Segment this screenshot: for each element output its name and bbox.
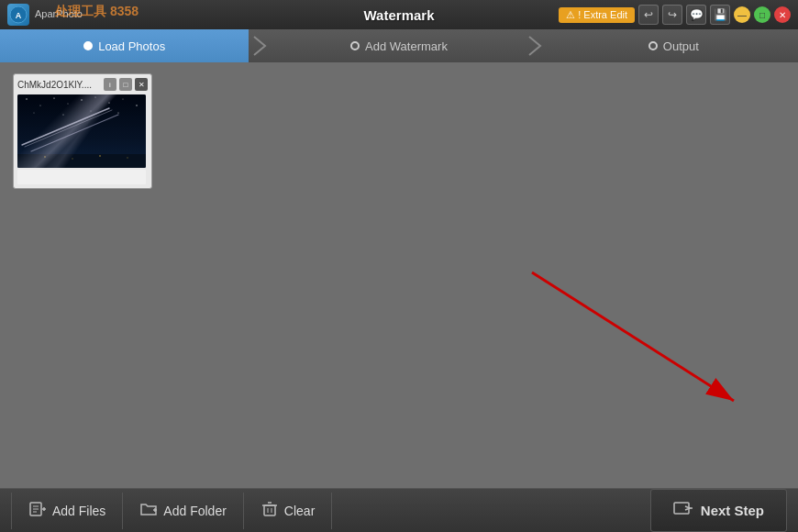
warning-icon: ⚠ bbox=[566, 9, 575, 21]
svg-point-9 bbox=[108, 102, 109, 103]
speech-icon: 💬 bbox=[690, 8, 704, 21]
clear-button[interactable]: Clear bbox=[244, 493, 332, 529]
svg-rect-19 bbox=[17, 154, 146, 168]
next-step-label: Next Step bbox=[701, 503, 764, 518]
step-output[interactable]: Output bbox=[549, 29, 798, 62]
step-label-watermark: Add Watermark bbox=[365, 39, 448, 53]
extra-edit-button[interactable]: ⚠ ! Extra Edit bbox=[559, 7, 635, 23]
redo-button[interactable]: ↪ bbox=[662, 5, 682, 25]
svg-rect-39 bbox=[674, 503, 689, 514]
title-bar-left: A AparPhoto bbox=[7, 4, 83, 26]
step-dot-output bbox=[648, 41, 658, 50]
maximize-icon: □ bbox=[759, 10, 765, 20]
add-files-icon bbox=[28, 500, 47, 522]
svg-rect-2 bbox=[17, 94, 146, 168]
svg-point-8 bbox=[95, 97, 96, 98]
photo-card-header: ChMkJd2O1KlY.... i □ ✕ bbox=[17, 78, 148, 91]
add-files-button[interactable]: Add Files bbox=[11, 493, 123, 529]
title-bar: A AparPhoto 处理工具 8358 Watermark ⚠ ! Extr… bbox=[0, 0, 798, 29]
svg-point-3 bbox=[26, 98, 27, 99]
expand-icon: □ bbox=[124, 81, 128, 89]
redo-icon: ↪ bbox=[668, 8, 677, 21]
close-button[interactable]: ✕ bbox=[774, 6, 791, 23]
step-arrow-1 bbox=[249, 29, 274, 62]
step-load-photos[interactable]: Load Photos bbox=[0, 29, 249, 62]
svg-point-15 bbox=[117, 112, 118, 113]
svg-line-18 bbox=[31, 115, 118, 151]
add-folder-label: Add Folder bbox=[163, 504, 226, 518]
add-files-label: Add Files bbox=[52, 504, 105, 518]
app-title-area: AparPhoto bbox=[35, 8, 83, 20]
svg-point-21 bbox=[72, 158, 73, 160]
step-label-load: Load Photos bbox=[98, 39, 165, 53]
maximize-button[interactable]: □ bbox=[754, 6, 770, 23]
add-folder-button[interactable]: Add Folder bbox=[123, 493, 243, 529]
step-arrow-2 bbox=[524, 29, 549, 62]
svg-point-14 bbox=[91, 111, 92, 112]
step-dot-watermark bbox=[350, 41, 360, 50]
save-button[interactable]: 💾 bbox=[710, 5, 730, 25]
step-navigation: Load Photos Add Watermark Output bbox=[0, 29, 798, 62]
next-step-button[interactable]: Next Step bbox=[650, 489, 787, 532]
add-folder-icon bbox=[139, 500, 158, 522]
extra-edit-label: ! Extra Edit bbox=[578, 9, 627, 20]
undo-icon: ↩ bbox=[644, 8, 653, 21]
svg-line-16 bbox=[22, 108, 109, 145]
remove-icon: ✕ bbox=[139, 81, 145, 89]
photo-card-icons: i □ ✕ bbox=[104, 78, 148, 91]
window-title: Watermark bbox=[364, 7, 435, 23]
svg-point-20 bbox=[44, 156, 46, 158]
svg-text:A: A bbox=[16, 11, 22, 20]
close-icon: ✕ bbox=[779, 10, 786, 20]
minimize-icon: — bbox=[737, 10, 747, 20]
svg-point-23 bbox=[127, 157, 128, 159]
step-dot-load bbox=[83, 41, 93, 50]
svg-point-7 bbox=[81, 99, 82, 100]
photo-thumbnail bbox=[17, 94, 146, 168]
svg-rect-34 bbox=[264, 505, 275, 515]
svg-point-22 bbox=[99, 155, 101, 157]
photo-card: ChMkJd2O1KlY.... i □ ✕ bbox=[13, 73, 152, 189]
svg-point-6 bbox=[68, 104, 69, 105]
clear-label: Clear bbox=[284, 504, 315, 518]
svg-point-13 bbox=[62, 114, 63, 115]
red-arrow-indicator bbox=[504, 254, 780, 438]
title-bar-right: ⚠ ! Extra Edit ↩ ↪ 💬 💾 — □ ✕ bbox=[559, 5, 791, 25]
app-logo: A bbox=[7, 4, 29, 26]
svg-point-5 bbox=[53, 97, 54, 98]
minimize-button[interactable]: — bbox=[734, 6, 750, 23]
svg-point-11 bbox=[136, 105, 137, 105]
next-step-icon bbox=[673, 499, 693, 522]
svg-line-25 bbox=[532, 272, 734, 401]
bottom-toolbar: Add Files Add Folder Clear bbox=[0, 488, 798, 532]
photo-expand-button[interactable]: □ bbox=[119, 78, 132, 91]
photo-remove-button[interactable]: ✕ bbox=[135, 78, 148, 91]
main-content-area: ChMkJd2O1KlY.... i □ ✕ bbox=[0, 62, 798, 488]
photo-info-button[interactable]: i bbox=[104, 78, 116, 91]
photo-bottom-strip bbox=[17, 170, 146, 184]
svg-point-12 bbox=[34, 113, 35, 114]
step-add-watermark[interactable]: Add Watermark bbox=[274, 29, 523, 62]
speech-button[interactable]: 💬 bbox=[686, 5, 706, 25]
svg-line-17 bbox=[25, 110, 112, 147]
photo-card-title: ChMkJd2O1KlY.... bbox=[17, 80, 92, 90]
step-label-output: Output bbox=[663, 39, 699, 53]
save-icon: 💾 bbox=[714, 8, 727, 21]
svg-point-4 bbox=[40, 105, 41, 106]
app-name: AparPhoto bbox=[35, 8, 83, 20]
undo-button[interactable]: ↩ bbox=[638, 5, 659, 25]
clear-icon bbox=[260, 500, 279, 522]
info-icon: i bbox=[109, 81, 111, 89]
svg-point-10 bbox=[123, 99, 124, 100]
